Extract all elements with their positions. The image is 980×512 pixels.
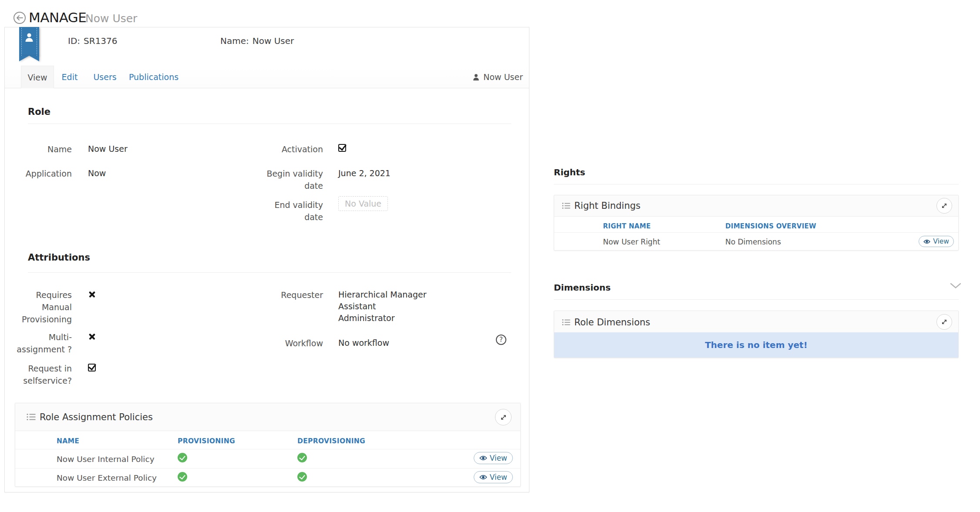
list-icon	[562, 319, 570, 326]
list-icon	[27, 413, 36, 421]
current-user-chip: Now User	[473, 66, 523, 88]
row-separator	[15, 468, 520, 468]
policies-panel-title: Role Assignment Policies	[40, 412, 153, 422]
begin-validity-value: June 2, 2021	[338, 167, 391, 179]
col-header-provisioning[interactable]: PROVISIONING	[178, 437, 235, 445]
activation-checked-icon	[338, 144, 346, 152]
role-dimensions-panel: Role Dimensions There is no item yet!	[554, 311, 959, 358]
expand-icon[interactable]	[495, 409, 512, 425]
multi-assignment-cross-icon	[89, 333, 95, 340]
requires-provisioning-label: Requires Manual Provisioning	[9, 289, 72, 325]
right-bindings-header: Right Bindings	[554, 195, 958, 217]
list-icon	[562, 202, 570, 209]
workflow-value: No workflow	[338, 337, 389, 349]
page-subtitle: Now User	[85, 12, 137, 25]
divider	[554, 299, 959, 300]
name-label: Name	[9, 143, 72, 155]
role-id-label: ID:	[68, 36, 80, 46]
divider	[28, 124, 511, 124]
deprovisioning-check-icon	[297, 472, 307, 482]
role-assignment-policies-panel: Role Assignment Policies NAME PROVISIONI…	[15, 403, 521, 487]
role-section-title: Role	[28, 107, 51, 117]
view-policy-button[interactable]: View	[474, 452, 513, 464]
eye-icon	[479, 475, 487, 480]
view-policy-button[interactable]: View	[474, 471, 513, 483]
begin-validity-label: Begin validity date	[249, 167, 323, 192]
multi-assignment-label: Multi- assignment ?	[9, 331, 72, 355]
end-validity-novalue-box: No Value	[338, 196, 388, 211]
bookmark-stitch	[21, 28, 22, 58]
page-header: MANAGE Now User	[0, 0, 980, 27]
tab-users[interactable]: Users	[89, 66, 121, 88]
current-user-name: Now User	[483, 72, 523, 82]
role-name-field: Name:Now User	[220, 36, 294, 46]
tab-publications[interactable]: Publications	[127, 66, 181, 88]
selfservice-label: Request in selfservice?	[9, 362, 72, 387]
dimensions-section-title: Dimensions	[554, 282, 611, 293]
col-header-dimensions-overview[interactable]: DIMENSIONS OVERVIEW	[725, 222, 816, 230]
application-label: Application	[9, 167, 72, 180]
col-header-name[interactable]: NAME	[57, 437, 79, 445]
eye-icon	[479, 455, 487, 461]
row-separator	[15, 449, 520, 449]
tab-edit[interactable]: Edit	[58, 66, 81, 88]
role-name-label: Name:	[220, 36, 249, 46]
back-arrow-icon	[16, 15, 23, 20]
provisioning-check-icon	[178, 453, 187, 462]
tab-view[interactable]: View	[21, 66, 54, 88]
activation-label: Activation	[249, 143, 323, 155]
role-dimensions-header: Role Dimensions	[554, 311, 958, 333]
requester-label: Requester	[249, 289, 323, 301]
role-id-field: ID:SR1376	[68, 36, 118, 46]
workflow-help-icon[interactable]: ?	[496, 335, 506, 345]
expand-icon[interactable]	[936, 314, 952, 330]
policy-name: Now User Internal Policy	[57, 455, 155, 464]
expand-icon[interactable]	[936, 198, 952, 214]
right-bindings-panel: Right Bindings RIGHT NAME DIMENSIONS OVE…	[554, 195, 959, 251]
empty-state-message: There is no item yet!	[554, 332, 958, 358]
chevron-down-icon[interactable]	[950, 283, 961, 289]
attributions-section-title: Attributions	[28, 252, 90, 263]
selfservice-checked-icon	[88, 364, 96, 371]
row-separator	[554, 232, 958, 233]
workflow-label: Workflow	[249, 337, 323, 349]
policies-panel-header: Role Assignment Policies	[15, 403, 520, 431]
role-dimensions-title: Role Dimensions	[574, 317, 650, 328]
user-icon	[473, 74, 479, 81]
rights-section-title: Rights	[554, 167, 585, 177]
divider	[554, 184, 959, 184]
deprovisioning-check-icon	[297, 453, 307, 462]
role-name-value: Now User	[253, 36, 294, 46]
tab-strip: View Edit Users Publications Now User	[5, 66, 529, 88]
role-person-icon	[25, 33, 34, 42]
right-bindings-title: Right Bindings	[574, 201, 640, 211]
requires-provisioning-cross-icon	[89, 291, 95, 298]
bookmark-stitch	[37, 28, 37, 58]
right-name-cell: Now User Right	[603, 238, 660, 246]
divider	[28, 272, 511, 273]
provisioning-check-icon	[178, 472, 187, 482]
end-validity-label: End validity date	[249, 199, 323, 223]
application-value: Now	[88, 167, 106, 179]
role-detail-card: ID:SR1376 Name:Now User View Edit Users …	[4, 27, 529, 492]
dimensions-cell: No Dimensions	[725, 238, 781, 246]
requester-value: Hierarchical Manager Assistant Administr…	[338, 289, 427, 324]
back-button[interactable]	[13, 12, 26, 24]
policy-name: Now User External Policy	[57, 473, 157, 482]
name-value: Now User	[88, 143, 128, 155]
role-bookmark-badge	[19, 27, 39, 56]
view-right-button[interactable]: View	[919, 236, 954, 247]
col-header-deprovisioning[interactable]: DEPROVISIONING	[297, 437, 365, 445]
page-title: MANAGE	[29, 10, 86, 25]
eye-icon	[923, 239, 930, 244]
col-header-right-name[interactable]: RIGHT NAME	[603, 222, 651, 230]
role-id-value: SR1376	[84, 36, 118, 46]
